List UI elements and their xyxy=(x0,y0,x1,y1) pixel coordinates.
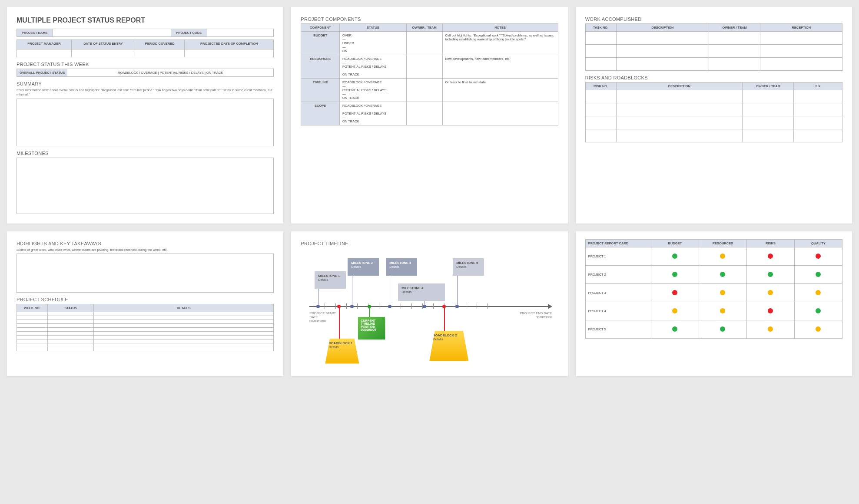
status-dot-icon xyxy=(768,326,773,332)
milestone-detail: Details xyxy=(456,265,466,269)
milestone-detail: Details xyxy=(401,290,411,294)
project-code-cell[interactable] xyxy=(207,29,274,37)
section-heading: PROJECT SCHEDULE xyxy=(17,297,274,302)
timeline-start-label: PROJECT START DATE 00/00/0000 xyxy=(309,311,344,323)
table-row: PROJECT 4 xyxy=(585,302,842,320)
col: RESOURCES xyxy=(699,239,746,247)
section-heading: RISKS AND ROADBLOCKS xyxy=(585,75,842,80)
project-label: PROJECT 2 xyxy=(585,265,651,283)
work-table: TASK NO. DESCRIPTION OWNER / TEAM RECEPT… xyxy=(585,23,842,71)
milestone-marker-icon xyxy=(388,305,391,308)
status-dot-icon xyxy=(720,272,725,277)
highlights-box[interactable] xyxy=(17,254,274,293)
label: PROJECT NAME xyxy=(22,31,48,35)
milestone-title: MILESTONE 2 xyxy=(351,261,373,265)
card-highlights-schedule: HIGHLIGHTS AND KEY TAKEAWAYS Bullets of … xyxy=(7,231,283,376)
status-dot-icon xyxy=(768,290,773,295)
roadblock-marker-icon xyxy=(442,305,446,308)
card-project-timeline: PROJECT TIMELINE /*ticks rendered below … xyxy=(291,231,567,376)
table-row xyxy=(17,343,274,347)
table-row: PROJECT 2 xyxy=(585,265,842,283)
table-row xyxy=(17,347,274,351)
section-heading: PROJECT COMPONENTS xyxy=(301,16,558,22)
col: OWNER / TEAM xyxy=(406,24,442,32)
col: TASK NO. xyxy=(585,24,616,32)
table-row: SCOPE ROADBLOCK / OVERAGE — POTENTIAL RI… xyxy=(301,102,558,125)
table-row xyxy=(585,58,842,71)
col: RECEPTION xyxy=(760,24,842,32)
template-gallery: MULTIPLE PROJECT STATUS REPORT PROJECT N… xyxy=(7,7,852,376)
table-row xyxy=(17,324,274,328)
project-label: PROJECT 1 xyxy=(585,247,651,265)
notes-cell: New developments, new team members, etc. xyxy=(442,55,558,79)
table-row: TIMELINE ROADBLOCK / OVERAGE — POTENTIAL… xyxy=(301,79,558,102)
col: COMPONENT xyxy=(301,24,340,32)
card-project-report-card: PROJECT REPORT CARD BUDGET RESOURCES RIS… xyxy=(576,231,852,376)
table-row xyxy=(585,45,842,58)
summary-box[interactable] xyxy=(17,99,274,146)
col: PROJECTED DATE OF COMPLETION xyxy=(185,40,274,49)
owner-cell[interactable] xyxy=(406,102,442,125)
status-cell: ROADBLOCK / OVERAGE — POTENTIAL RISKS / … xyxy=(340,79,407,102)
owner-cell[interactable] xyxy=(406,32,442,55)
table-row xyxy=(17,320,274,324)
card-work-risks: WORK ACCOMPLISHED TASK NO. DESCRIPTION O… xyxy=(576,7,852,224)
report-card-table: PROJECT REPORT CARD BUDGET RESOURCES RIS… xyxy=(585,239,842,339)
milestone-title: MILESTONE 3 xyxy=(389,261,411,265)
roadblock-card: ROADBLOCK 1 Details xyxy=(325,339,359,364)
project-info-1: PROJECT NAME PROJECT CODE xyxy=(17,29,274,37)
col: FIX xyxy=(794,82,842,90)
status-dot-icon xyxy=(720,290,725,295)
status-dot-icon xyxy=(816,290,821,295)
col: BUDGET xyxy=(651,239,699,247)
row-label: BUDGET xyxy=(301,32,340,55)
status-dot-icon xyxy=(672,290,677,295)
roadblock-marker-icon xyxy=(337,305,341,308)
schedule-table: WEEK NO. STATUS DETAILS xyxy=(17,304,274,351)
timeline-diagram: /*ticks rendered below via duplicated ma… xyxy=(301,250,558,367)
table-row: RESOURCES ROADBLOCK / OVERAGE — POTENTIA… xyxy=(301,55,558,79)
roadblock-card: ROADBLOCK 2 Details xyxy=(429,331,468,361)
project-label: PROJECT 3 xyxy=(585,283,651,302)
current-position-note: CURRENT TIMELINE POSITION 00/00/0000 xyxy=(358,317,385,339)
current-position-marker-icon xyxy=(368,305,371,308)
table-row xyxy=(17,332,274,336)
highlights-hint: Bullets of great work, who owns what, wh… xyxy=(17,248,274,252)
status-dot-icon xyxy=(816,308,821,313)
status-dot-icon xyxy=(672,272,677,277)
owner-cell[interactable] xyxy=(406,79,442,102)
milestone-card: MILESTONE 1 Details xyxy=(315,271,346,289)
project-info-2: PROJECT MANAGER DATE OF STATUS ENTRY PER… xyxy=(17,40,274,57)
notes-cell: Call out highlights: "Exceptional work."… xyxy=(442,32,558,55)
timeline-axis xyxy=(309,306,549,307)
col: OWNER / TEAM xyxy=(709,24,760,32)
table-row: PROJECT 3 xyxy=(585,283,842,302)
project-label: PROJECT 5 xyxy=(585,320,651,338)
status-dot-icon xyxy=(816,272,821,277)
label: PROJECT CODE xyxy=(176,31,202,35)
project-name-cell[interactable] xyxy=(53,29,171,37)
section-heading: HIGHLIGHTS AND KEY TAKEAWAYS xyxy=(17,241,274,246)
status-cell: ROADBLOCK / OVERAGE — POTENTIAL RISKS / … xyxy=(340,55,407,79)
col: OWNER / TEAM xyxy=(743,82,794,90)
status-dot-icon xyxy=(768,308,773,313)
milestone-title: MILESTONE 4 xyxy=(401,286,423,290)
corner-label: PROJECT REPORT CARD xyxy=(585,239,651,247)
notes-cell: On track to final launch date xyxy=(442,79,558,102)
table-row: PROJECT 5 xyxy=(585,320,842,338)
table-row xyxy=(585,90,842,103)
roadblock-title: ROADBLOCK 1 xyxy=(328,341,352,345)
milestone-card: MILESTONE 5 Details xyxy=(453,258,484,276)
table-row xyxy=(585,32,842,45)
roadblock-detail: Details xyxy=(328,345,338,349)
col: RISK NO. xyxy=(585,82,616,90)
components-table: COMPONENT STATUS OWNER / TEAM NOTES BUDG… xyxy=(301,23,558,125)
owner-cell[interactable] xyxy=(406,55,442,79)
milestones-box[interactable] xyxy=(17,158,274,214)
col: QUALITY xyxy=(794,239,842,247)
milestone-detail: Details xyxy=(389,265,399,269)
roadblock-title: ROADBLOCK 2 xyxy=(433,333,457,337)
table-row xyxy=(585,103,842,116)
status-cell: ROADBLOCK / OVERAGE — POTENTIAL RISKS / … xyxy=(340,102,407,125)
status-options: ROADBLOCK / OVERAGE | POTENTIAL RISKS / … xyxy=(67,69,273,76)
